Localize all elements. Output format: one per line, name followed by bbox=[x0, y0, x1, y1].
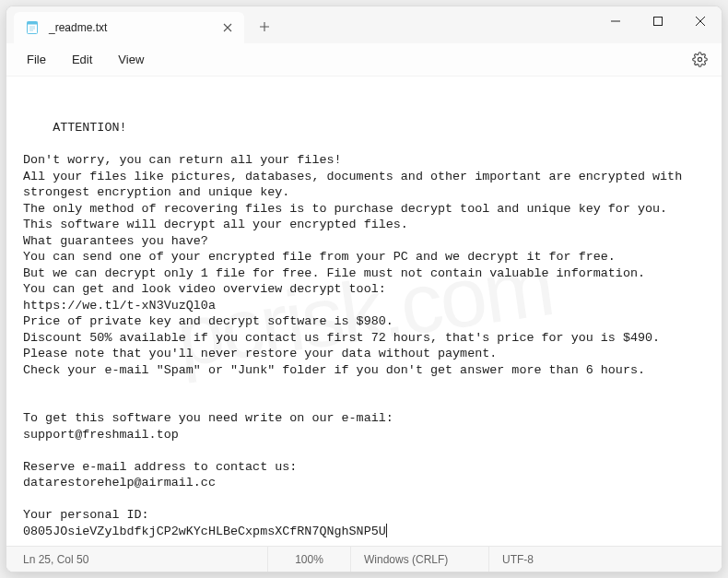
titlebar: _readme.txt bbox=[6, 6, 722, 43]
new-tab-button[interactable] bbox=[250, 12, 279, 41]
window-controls bbox=[594, 6, 722, 36]
svg-point-7 bbox=[698, 57, 701, 61]
svg-rect-6 bbox=[654, 18, 663, 26]
status-zoom[interactable]: 100% bbox=[268, 547, 351, 572]
tab-close-button[interactable] bbox=[220, 20, 235, 35]
settings-button[interactable] bbox=[685, 45, 714, 75]
svg-rect-1 bbox=[28, 22, 38, 25]
document-text: ATTENTION! Don't worry, you can return a… bbox=[23, 121, 689, 538]
maximize-button[interactable] bbox=[637, 6, 679, 36]
close-button[interactable] bbox=[679, 6, 722, 36]
minimize-button[interactable] bbox=[594, 6, 637, 36]
status-cursor-position[interactable]: Ln 25, Col 50 bbox=[10, 547, 268, 572]
tab-title: _readme.txt bbox=[49, 21, 211, 34]
status-encoding[interactable]: UTF-8 bbox=[489, 547, 581, 572]
status-line-ending[interactable]: Windows (CRLF) bbox=[351, 547, 489, 572]
text-editor-area[interactable]: pcrisk.com ATTENTION! Don't worry, you c… bbox=[6, 77, 722, 546]
menu-view[interactable]: View bbox=[105, 48, 157, 71]
menu-edit[interactable]: Edit bbox=[59, 48, 105, 71]
menubar: File Edit View bbox=[6, 43, 722, 77]
notepad-window: _readme.txt File Edit View bbox=[6, 6, 722, 572]
statusbar: Ln 25, Col 50 100% Windows (CRLF) UTF-8 bbox=[6, 546, 722, 572]
menu-file[interactable]: File bbox=[14, 48, 59, 71]
text-caret bbox=[386, 524, 387, 537]
tab-active[interactable]: _readme.txt bbox=[14, 12, 244, 43]
notepad-icon bbox=[25, 20, 40, 35]
